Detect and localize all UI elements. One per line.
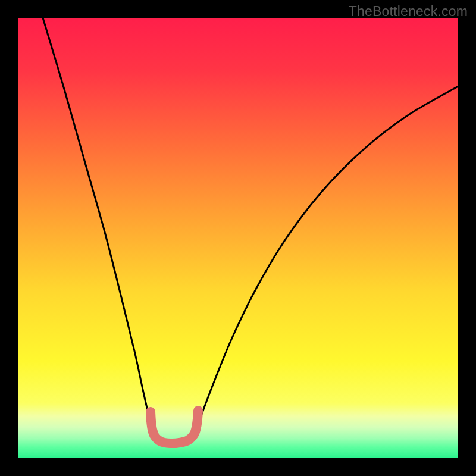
- watermark-text: TheBottleneck.com: [349, 4, 468, 20]
- curve-layer: [18, 18, 458, 458]
- curve-valley: [151, 411, 198, 443]
- curve-right-arm: [195, 86, 458, 433]
- curve-left-arm: [43, 18, 154, 433]
- plot-frame: [18, 18, 458, 458]
